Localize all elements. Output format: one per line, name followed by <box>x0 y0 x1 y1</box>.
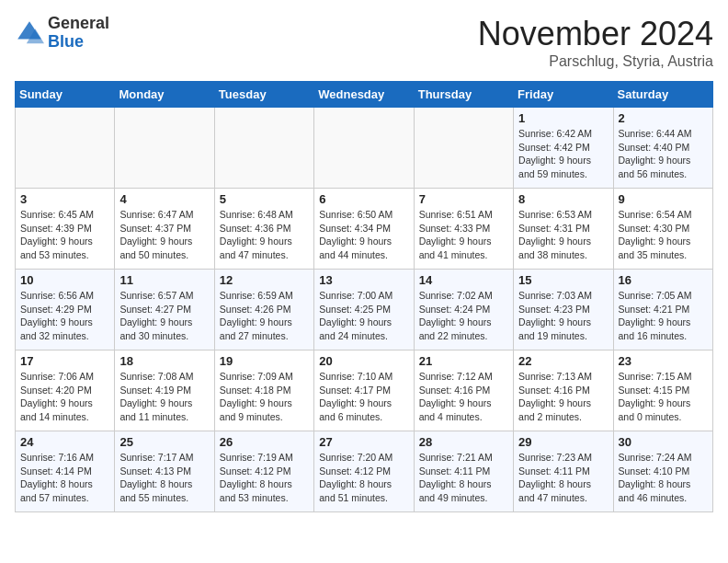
day-info: Sunrise: 7:10 AMSunset: 4:17 PMDaylight:… <box>319 370 408 424</box>
day-number: 9 <box>619 192 708 206</box>
header-cell-thursday: Thursday <box>414 82 513 108</box>
day-cell: 25Sunrise: 7:17 AMSunset: 4:13 PMDayligh… <box>115 431 214 512</box>
day-info: Sunrise: 6:56 AMSunset: 4:29 PMDaylight:… <box>20 289 109 343</box>
day-cell: 3Sunrise: 6:45 AMSunset: 4:39 PMDaylight… <box>16 189 115 270</box>
day-info: Sunrise: 7:00 AMSunset: 4:25 PMDaylight:… <box>319 289 408 343</box>
calendar-body: 1Sunrise: 6:42 AMSunset: 4:42 PMDaylight… <box>16 108 713 512</box>
day-info: Sunrise: 7:02 AMSunset: 4:24 PMDaylight:… <box>419 289 508 343</box>
month-title: November 2024 <box>478 15 713 53</box>
day-cell: 7Sunrise: 6:51 AMSunset: 4:33 PMDaylight… <box>414 189 513 270</box>
day-info: Sunrise: 7:20 AMSunset: 4:12 PMDaylight:… <box>319 451 408 505</box>
day-cell: 11Sunrise: 6:57 AMSunset: 4:27 PMDayligh… <box>115 270 214 350</box>
logo-general-text: General <box>48 15 109 33</box>
day-cell: 29Sunrise: 7:23 AMSunset: 4:11 PMDayligh… <box>514 431 613 512</box>
day-cell: 9Sunrise: 6:54 AMSunset: 4:30 PMDaylight… <box>613 189 712 270</box>
day-number: 12 <box>220 273 309 287</box>
day-number: 11 <box>119 273 209 287</box>
day-cell: 18Sunrise: 7:08 AMSunset: 4:19 PMDayligh… <box>115 350 214 431</box>
day-number: 29 <box>518 435 608 449</box>
day-info: Sunrise: 7:08 AMSunset: 4:19 PMDaylight:… <box>119 370 209 424</box>
day-info: Sunrise: 6:45 AMSunset: 4:39 PMDaylight:… <box>20 208 109 262</box>
logo-blue-text: Blue <box>48 33 109 52</box>
day-cell: 23Sunrise: 7:15 AMSunset: 4:15 PMDayligh… <box>613 350 712 431</box>
day-cell: 15Sunrise: 7:03 AMSunset: 4:23 PMDayligh… <box>514 270 613 350</box>
day-cell: 24Sunrise: 7:16 AMSunset: 4:14 PMDayligh… <box>16 431 115 512</box>
header-cell-saturday: Saturday <box>613 82 712 108</box>
day-cell: 1Sunrise: 6:42 AMSunset: 4:42 PMDaylight… <box>514 108 613 189</box>
header-cell-monday: Monday <box>115 82 214 108</box>
logo: General Blue <box>15 15 109 52</box>
day-info: Sunrise: 6:44 AMSunset: 4:40 PMDaylight:… <box>619 127 708 181</box>
day-cell: 21Sunrise: 7:12 AMSunset: 4:16 PMDayligh… <box>414 350 513 431</box>
day-number: 18 <box>119 354 209 368</box>
day-cell: 10Sunrise: 6:56 AMSunset: 4:29 PMDayligh… <box>16 270 115 350</box>
day-number: 7 <box>419 192 508 206</box>
week-row-4: 17Sunrise: 7:06 AMSunset: 4:20 PMDayligh… <box>16 350 713 431</box>
day-number: 8 <box>518 192 608 206</box>
logo-text: General Blue <box>48 15 109 52</box>
day-cell: 12Sunrise: 6:59 AMSunset: 4:26 PMDayligh… <box>214 270 313 350</box>
day-cell: 26Sunrise: 7:19 AMSunset: 4:12 PMDayligh… <box>214 431 313 512</box>
header-row: SundayMondayTuesdayWednesdayThursdayFrid… <box>16 82 713 108</box>
day-cell: 22Sunrise: 7:13 AMSunset: 4:16 PMDayligh… <box>514 350 613 431</box>
day-info: Sunrise: 7:05 AMSunset: 4:21 PMDaylight:… <box>619 289 708 343</box>
day-number: 17 <box>20 354 109 368</box>
day-info: Sunrise: 6:53 AMSunset: 4:31 PMDaylight:… <box>518 208 608 262</box>
day-info: Sunrise: 7:15 AMSunset: 4:15 PMDaylight:… <box>619 370 708 424</box>
title-area: November 2024 Parschlug, Styria, Austria <box>478 15 713 70</box>
logo-icon <box>15 18 44 48</box>
header-cell-friday: Friday <box>514 82 613 108</box>
day-info: Sunrise: 7:23 AMSunset: 4:11 PMDaylight:… <box>518 451 608 505</box>
week-row-3: 10Sunrise: 6:56 AMSunset: 4:29 PMDayligh… <box>16 270 713 350</box>
day-cell: 19Sunrise: 7:09 AMSunset: 4:18 PMDayligh… <box>214 350 313 431</box>
day-info: Sunrise: 7:13 AMSunset: 4:16 PMDaylight:… <box>518 370 608 424</box>
day-info: Sunrise: 6:47 AMSunset: 4:37 PMDaylight:… <box>119 208 209 262</box>
day-number: 19 <box>220 354 309 368</box>
day-cell: 8Sunrise: 6:53 AMSunset: 4:31 PMDaylight… <box>514 189 613 270</box>
day-number: 30 <box>619 435 708 449</box>
day-cell <box>16 108 115 189</box>
day-number: 28 <box>419 435 508 449</box>
day-info: Sunrise: 7:19 AMSunset: 4:12 PMDaylight:… <box>220 451 309 505</box>
day-cell <box>314 108 414 189</box>
day-number: 24 <box>20 435 109 449</box>
day-number: 25 <box>119 435 209 449</box>
day-cell: 5Sunrise: 6:48 AMSunset: 4:36 PMDaylight… <box>214 189 313 270</box>
day-number: 27 <box>319 435 408 449</box>
day-info: Sunrise: 6:54 AMSunset: 4:30 PMDaylight:… <box>619 208 708 262</box>
day-number: 21 <box>419 354 508 368</box>
week-row-5: 24Sunrise: 7:16 AMSunset: 4:14 PMDayligh… <box>16 431 713 512</box>
day-info: Sunrise: 7:16 AMSunset: 4:14 PMDaylight:… <box>20 451 109 505</box>
day-number: 10 <box>20 273 109 287</box>
day-info: Sunrise: 6:59 AMSunset: 4:26 PMDaylight:… <box>220 289 309 343</box>
day-cell: 20Sunrise: 7:10 AMSunset: 4:17 PMDayligh… <box>314 350 414 431</box>
day-number: 16 <box>619 273 708 287</box>
day-info: Sunrise: 6:42 AMSunset: 4:42 PMDaylight:… <box>518 127 608 181</box>
day-cell: 30Sunrise: 7:24 AMSunset: 4:10 PMDayligh… <box>613 431 712 512</box>
calendar-table: SundayMondayTuesdayWednesdayThursdayFrid… <box>15 81 713 512</box>
header-cell-sunday: Sunday <box>16 82 115 108</box>
day-cell <box>414 108 513 189</box>
day-info: Sunrise: 7:03 AMSunset: 4:23 PMDaylight:… <box>518 289 608 343</box>
day-cell <box>115 108 214 189</box>
day-number: 23 <box>619 354 708 368</box>
day-number: 1 <box>518 111 608 125</box>
day-cell: 2Sunrise: 6:44 AMSunset: 4:40 PMDaylight… <box>613 108 712 189</box>
day-cell: 17Sunrise: 7:06 AMSunset: 4:20 PMDayligh… <box>16 350 115 431</box>
day-number: 6 <box>319 192 408 206</box>
day-info: Sunrise: 6:51 AMSunset: 4:33 PMDaylight:… <box>419 208 508 262</box>
day-number: 22 <box>518 354 608 368</box>
header-cell-wednesday: Wednesday <box>314 82 414 108</box>
day-cell: 4Sunrise: 6:47 AMSunset: 4:37 PMDaylight… <box>115 189 214 270</box>
day-info: Sunrise: 7:09 AMSunset: 4:18 PMDaylight:… <box>220 370 309 424</box>
day-cell <box>214 108 313 189</box>
week-row-2: 3Sunrise: 6:45 AMSunset: 4:39 PMDaylight… <box>16 189 713 270</box>
day-cell: 6Sunrise: 6:50 AMSunset: 4:34 PMDaylight… <box>314 189 414 270</box>
day-info: Sunrise: 7:06 AMSunset: 4:20 PMDaylight:… <box>20 370 109 424</box>
day-number: 4 <box>119 192 209 206</box>
day-info: Sunrise: 7:24 AMSunset: 4:10 PMDaylight:… <box>619 451 708 505</box>
day-number: 26 <box>220 435 309 449</box>
day-number: 14 <box>419 273 508 287</box>
day-number: 2 <box>619 111 708 125</box>
day-number: 15 <box>518 273 608 287</box>
